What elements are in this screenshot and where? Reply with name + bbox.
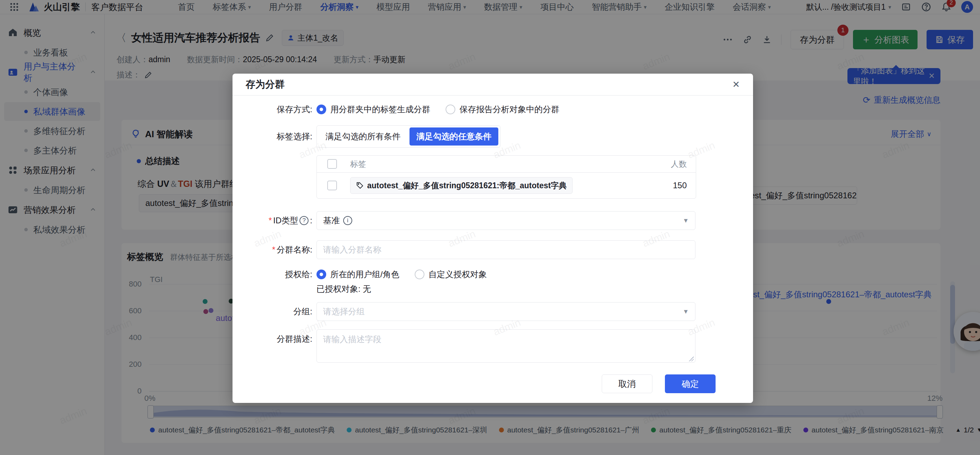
select-all-checkbox[interactable] xyxy=(327,159,337,169)
radio-auth-usergroup[interactable] xyxy=(317,270,326,279)
tag-icon xyxy=(356,182,364,189)
cancel-button[interactable]: 取消 xyxy=(602,374,652,393)
tag-table-row: autotest_偏好_多值string05281621:帝都_autotest… xyxy=(317,172,696,198)
help-circle-icon[interactable]: ? xyxy=(299,216,309,225)
toggle-any-condition[interactable]: 满足勾选的任意条件 xyxy=(409,128,498,145)
segment-desc-row: 分群描述: xyxy=(232,329,753,364)
segment-desc-textarea[interactable] xyxy=(317,329,695,362)
authorize-row: 授权给: 所在的用户组/角色 自定义授权对象 xyxy=(232,269,753,280)
segment-name-row: *分群名称: xyxy=(232,240,753,259)
tag-table: 标签 人数 autotest_偏好_多值string05281621:帝都_au… xyxy=(317,155,696,199)
info-circle-icon[interactable]: i xyxy=(343,216,352,225)
save-segment-modal: 存为分群 ✕ 保存方式: 用分群夹中的标签生成分群 保存报告分析对象中的分群 标… xyxy=(232,73,753,403)
save-mode-row: 保存方式: 用分群夹中的标签生成分群 保存报告分析对象中的分群 xyxy=(232,104,753,115)
tag-chip[interactable]: autotest_偏好_多值string05281621:帝都_autotest… xyxy=(350,177,573,194)
modal-close-icon[interactable]: ✕ xyxy=(732,79,740,90)
id-type-select[interactable]: 基准 i ▼ xyxy=(317,211,695,230)
segment-name-input[interactable] xyxy=(317,240,695,259)
modal-footer: 取消 确定 xyxy=(232,364,753,393)
group-row: 分组: 请选择分组 ▼ xyxy=(232,302,753,321)
authorized-objects-line: 已授权对象: 无 xyxy=(317,283,753,295)
chevron-down-icon: ▼ xyxy=(682,308,689,315)
radio-save-mode-tags[interactable] xyxy=(317,105,326,114)
row-checkbox[interactable] xyxy=(327,180,337,190)
confirm-button[interactable]: 确定 xyxy=(665,374,716,393)
modal-title: 存为分群 xyxy=(246,78,285,91)
group-select[interactable]: 请选择分组 ▼ xyxy=(317,302,695,321)
tag-table-header: 标签 人数 xyxy=(317,156,696,172)
tag-count: 150 xyxy=(645,180,687,190)
radio-save-mode-report[interactable] xyxy=(445,105,455,114)
tag-condition-toggle: 满足勾选的所有条件 满足勾选的任意条件 xyxy=(317,125,500,148)
modal-header: 存为分群 ✕ xyxy=(232,73,753,96)
id-type-row: *ID类型?: 基准 i ▼ xyxy=(232,211,753,230)
chevron-down-icon: ▼ xyxy=(682,217,689,224)
toggle-all-conditions[interactable]: 满足勾选的所有条件 xyxy=(318,128,407,145)
screen: 火山引擎 客户数据平台 首页 标签体系▾ 用户分群 分析洞察▾ 模型应用 营销应… xyxy=(0,0,980,455)
tag-select-row: 标签选择: 满足勾选的所有条件 满足勾选的任意条件 xyxy=(232,125,753,148)
radio-auth-custom[interactable] xyxy=(415,270,425,279)
modal-body: 保存方式: 用分群夹中的标签生成分群 保存报告分析对象中的分群 标签选择: 满足… xyxy=(232,96,753,403)
